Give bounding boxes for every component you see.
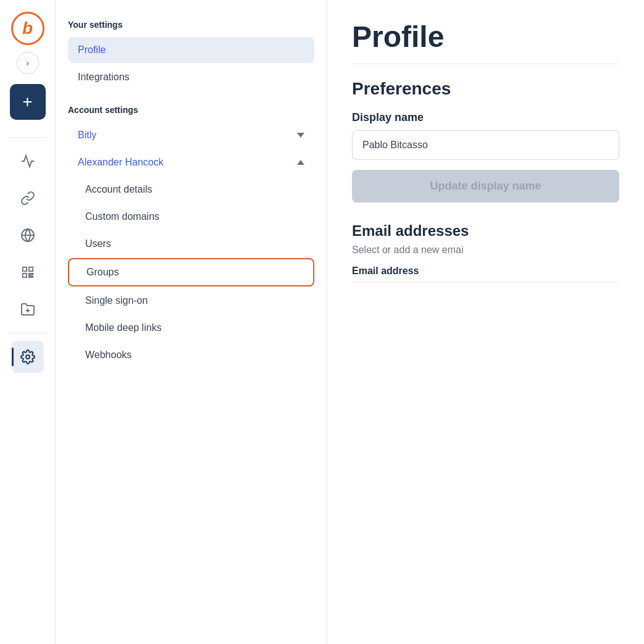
svg-rect-6 xyxy=(31,274,33,275)
nav-sso[interactable]: Single sign-on xyxy=(68,288,314,314)
main-content: Profile Preferences Display name Update … xyxy=(327,0,644,644)
settings-nav-icon[interactable] xyxy=(12,341,44,373)
email-description: Select or add a new emai xyxy=(352,245,619,256)
settings-sidebar: Your settings Profile Integrations Accou… xyxy=(56,0,327,644)
sidebar-divider-bottom xyxy=(8,333,46,333)
nav-users[interactable]: Users xyxy=(68,231,314,257)
app-logo[interactable]: b xyxy=(11,12,44,45)
icon-sidebar: b › + xyxy=(0,0,56,644)
svg-rect-2 xyxy=(22,267,26,271)
nav-integrations[interactable]: Integrations xyxy=(68,64,314,90)
account-settings-label: Account settings xyxy=(68,105,314,115)
svg-rect-3 xyxy=(28,267,32,271)
nav-mobile-deep-links[interactable]: Mobile deep links xyxy=(68,315,314,341)
chevron-up-icon xyxy=(297,160,304,165)
update-display-name-button[interactable]: Update display name xyxy=(352,170,619,203)
title-divider xyxy=(352,64,619,64)
qr-nav-icon[interactable] xyxy=(12,256,44,288)
nav-group-bitly[interactable]: Bitly xyxy=(68,122,314,148)
nav-webhooks[interactable]: Webhooks xyxy=(68,342,314,368)
email-section-title: Email addresses xyxy=(352,222,619,240)
logo-area: b xyxy=(9,10,46,47)
svg-rect-8 xyxy=(31,276,33,277)
globe-nav-icon[interactable] xyxy=(12,219,44,251)
email-field-label: Email address xyxy=(352,266,619,282)
svg-point-11 xyxy=(26,355,30,359)
link-nav-icon[interactable] xyxy=(12,182,44,214)
analytics-nav-icon[interactable] xyxy=(12,145,44,177)
display-name-input[interactable] xyxy=(352,130,619,160)
sidebar-divider-top xyxy=(8,137,46,138)
page-title: Profile xyxy=(352,20,619,54)
svg-rect-5 xyxy=(28,274,30,275)
nav-profile[interactable]: Profile xyxy=(68,37,314,63)
chevron-down-icon xyxy=(297,133,304,138)
add-button[interactable]: + xyxy=(10,84,46,120)
your-settings-label: Your settings xyxy=(68,20,314,30)
nav-group-alexander-label: Alexander Hancock xyxy=(78,157,164,168)
display-name-label: Display name xyxy=(352,111,619,124)
folder-nav-icon[interactable] xyxy=(12,293,44,325)
expand-button[interactable]: › xyxy=(17,52,39,74)
nav-account-details[interactable]: Account details xyxy=(68,177,314,203)
nav-groups[interactable]: Groups xyxy=(68,258,314,286)
nav-custom-domains[interactable]: Custom domains xyxy=(68,204,314,230)
svg-rect-7 xyxy=(28,276,30,277)
preferences-title: Preferences xyxy=(352,79,619,99)
nav-group-bitly-label: Bitly xyxy=(78,130,96,141)
nav-group-alexander[interactable]: Alexander Hancock xyxy=(68,149,314,175)
svg-rect-4 xyxy=(22,274,26,277)
